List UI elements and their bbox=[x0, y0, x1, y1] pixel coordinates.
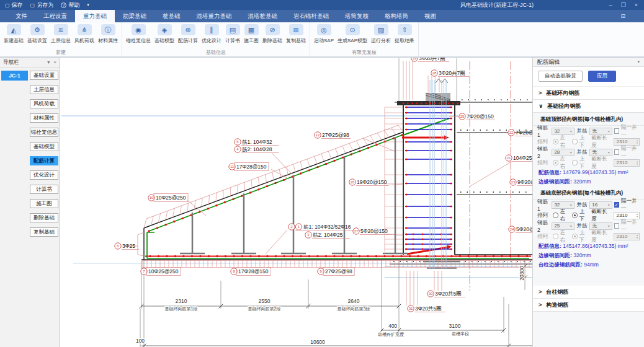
sidebar-item-配筋计算[interactable]: 配筋计算 bbox=[30, 156, 58, 165]
rebar-info-label: 边缘钢筋间距: bbox=[539, 252, 573, 258]
titlebar-action-label: 另存为 bbox=[37, 1, 53, 9]
panel-collapse-icon[interactable]: ▾ bbox=[637, 59, 640, 64]
apply-button[interactable]: 应用 bbox=[588, 71, 616, 82]
ribbon-button-rebar-calculation[interactable]: ⊛配筋计算 bbox=[176, 24, 200, 44]
titlebar-action-save-as[interactable]: ▢另存为 bbox=[30, 1, 54, 9]
sidebar-item-删除基础[interactable]: 删除基础 bbox=[30, 213, 58, 222]
ribbon-button-label: 优化设计 bbox=[202, 37, 221, 44]
ribbon-button-turbine-load[interactable]: ⋔风机荷载 bbox=[73, 24, 96, 44]
auto-select-rebar-button[interactable]: 自动选筋验算 bbox=[539, 71, 583, 82]
alternate-checkbox[interactable] bbox=[614, 223, 619, 229]
ribbon-button-anchor-cage[interactable]: ◉锚栓笼信息 bbox=[124, 24, 153, 44]
sidebar-item-基础设置[interactable]: 基础设置 bbox=[30, 71, 58, 80]
ribbon-button-foundation-settings[interactable]: ⚙基础设置 bbox=[25, 24, 49, 44]
ribbon-button-new-foundation[interactable]: ◭新建基础 bbox=[2, 24, 25, 44]
up-down-radio[interactable] bbox=[572, 234, 578, 239]
up-down-radio[interactable] bbox=[572, 160, 578, 165]
menu-tab-格构塔筒[interactable]: 格构塔筒 bbox=[377, 10, 416, 22]
extract-results-icon: ⇧ bbox=[398, 24, 412, 35]
menu-tab-混塔重力基础[interactable]: 混塔重力基础 bbox=[189, 10, 240, 22]
menu-tab-岩石锚杆基础[interactable]: 岩石锚杆基础 bbox=[285, 10, 337, 22]
rebar-callout-12: 27Φ25@98 bbox=[322, 132, 349, 138]
menu-tab-塔筒复核[interactable]: 塔筒复核 bbox=[337, 10, 377, 22]
ribbon-button-label: 配筋计算 bbox=[178, 37, 198, 44]
alternate-checkbox[interactable]: ✓ bbox=[614, 202, 619, 208]
left-right-radio[interactable] bbox=[553, 139, 558, 144]
up-down-radio[interactable] bbox=[572, 213, 578, 218]
sidebar-item-锚栓笼信息[interactable]: 锚栓笼信息 bbox=[30, 128, 58, 137]
ribbon-button-generate-sap-model[interactable]: ⊙生成SAP模型 bbox=[336, 24, 369, 44]
menu-tab-混塔桩基础[interactable]: 混塔桩基础 bbox=[240, 10, 286, 22]
svg-text:11: 11 bbox=[230, 165, 235, 169]
sidebar-item-材料属性[interactable]: 材料属性 bbox=[30, 113, 58, 123]
cutoff-length-value: 2310 bbox=[617, 213, 628, 218]
alternate-checkbox[interactable] bbox=[614, 149, 619, 155]
sidebar-collapse-icon[interactable]: ▾ bbox=[47, 59, 50, 65]
section-pillar-rebar[interactable]: > 台柱钢筋 bbox=[533, 286, 644, 299]
up-down-radio[interactable] bbox=[572, 139, 578, 144]
ribbon-button-calculation-report[interactable]: ▤计算书 bbox=[223, 24, 242, 44]
foundation-drawing: 293Φ20共7圈283Φ20共7圈257Φ20@150227Φ20@1227Φ… bbox=[60, 58, 532, 347]
arrange-label: 排列 bbox=[537, 159, 551, 167]
rebar-info-value: 147679.99(140743.35) mm² bbox=[563, 169, 628, 175]
sidebar-item-土层信息[interactable]: 土层信息 bbox=[30, 85, 58, 94]
panel-toggle-icon[interactable]: ⊡ bbox=[620, 13, 625, 19]
ribbon-button-launch-sap[interactable]: ◎启动SAP bbox=[312, 24, 336, 44]
sidebar-item-计算书[interactable]: 计算书 bbox=[30, 185, 58, 194]
rebar-calculation-icon: ⊛ bbox=[181, 24, 195, 35]
sidebar-close-icon[interactable]: × bbox=[53, 59, 56, 65]
rebar-label: 钢筋1 bbox=[537, 125, 550, 138]
ribbon-button-foundation-model[interactable]: ◈基础模型 bbox=[153, 24, 176, 44]
restore-button[interactable]: ❐ bbox=[621, 2, 626, 8]
alternate-checkbox[interactable] bbox=[614, 128, 619, 134]
sidebar-item-优化设计[interactable]: 优化设计 bbox=[30, 170, 58, 180]
ribbon-button-copy-foundation[interactable]: ⊞复制基础 bbox=[284, 24, 308, 44]
section-radial-rebar[interactable]: ∨ 基础径向钢筋 bbox=[533, 100, 644, 113]
alternate-checkbox-label: 隔一并一 bbox=[621, 124, 640, 139]
diameter-value: 32 bbox=[554, 202, 560, 208]
chevron-down-icon: ∨ bbox=[539, 103, 543, 109]
close-button[interactable]: × bbox=[635, 2, 638, 8]
copy-foundation-icon: ⊞ bbox=[289, 24, 303, 35]
sidebar-tab-jc1[interactable]: JC-1 bbox=[1, 71, 28, 81]
left-right-radio[interactable] bbox=[553, 213, 558, 218]
dimension-lines bbox=[141, 306, 532, 346]
menu-tab-视图[interactable]: 视图 bbox=[416, 10, 444, 22]
sidebar-item-复制基础[interactable]: 复制基础 bbox=[30, 227, 58, 237]
ribbon-button-delete-foundation[interactable]: ⊘删除基础 bbox=[261, 24, 284, 44]
drawing-canvas[interactable]: 293Φ20共7圈283Φ20共7圈257Φ20@150227Φ20@1227Φ… bbox=[60, 58, 532, 347]
titlebar-action-help[interactable]: ?帮助 bbox=[61, 1, 79, 9]
menu-tab-重力基础[interactable]: 重力基础 bbox=[75, 10, 115, 22]
svg-text:26: 26 bbox=[351, 180, 355, 184]
menu-tab-工程设置[interactable]: 工程设置 bbox=[35, 10, 75, 22]
left-right-radio[interactable] bbox=[553, 234, 558, 239]
titlebar-action-save[interactable]: ▢保存 bbox=[5, 1, 23, 9]
menu-tab-文件[interactable]: 文件 bbox=[7, 10, 35, 22]
cutoff-length-stepper[interactable]: 2310▴▾ bbox=[614, 233, 640, 240]
navigation-sidebar: 导航栏 ▾ × JC-1 基础设置土层信息风机荷载材料属性锚栓笼信息基础模型配筋… bbox=[0, 58, 60, 347]
section-ring-rebar[interactable]: > 基础环向钢筋 bbox=[533, 87, 644, 100]
ribbon-button-label: 生成SAP模型 bbox=[338, 37, 367, 44]
dimension-text: 10600 bbox=[310, 339, 325, 345]
sidebar-item-基础模型[interactable]: 基础模型 bbox=[30, 142, 58, 151]
minimize-button[interactable]: – bbox=[609, 2, 612, 8]
dimension-text: 100 bbox=[136, 338, 145, 344]
menu-tab-桩基础[interactable]: 桩基础 bbox=[154, 10, 189, 22]
sidebar-item-风机荷载[interactable]: 风机荷载 bbox=[30, 99, 58, 108]
cutoff-length-label: 截断长度 bbox=[591, 134, 612, 149]
ribbon-button-extract-results[interactable]: ⇧提取结果 bbox=[393, 24, 416, 44]
ribbon-button-optimize-design[interactable]: ∥优化设计 bbox=[200, 24, 223, 44]
ribbon-button-material-properties[interactable]: ⓘ材料属性 bbox=[96, 24, 120, 44]
dropdown-caret-icon[interactable]: ▾ bbox=[87, 2, 89, 7]
cutoff-length-stepper[interactable]: 2310▴▾ bbox=[614, 159, 640, 167]
svg-text:23: 23 bbox=[511, 180, 516, 184]
ribbon-button-run-analysis[interactable]: ▨运行分析 bbox=[369, 24, 393, 44]
ribbon-button-soil-layers[interactable]: ≋土层信息 bbox=[49, 24, 73, 44]
sidebar-item-施工图[interactable]: 施工图 bbox=[30, 199, 58, 208]
left-right-radio[interactable] bbox=[553, 160, 558, 165]
ribbon-button-construction-drawing[interactable]: ▦施工图 bbox=[242, 24, 261, 44]
section-structural-rebar[interactable]: > 构造钢筋 bbox=[533, 299, 644, 312]
rebar-info-value: 94mm bbox=[584, 261, 599, 268]
rebar-info-line: 配筋信息: 145147.86(140743.35) mm² bbox=[533, 242, 644, 251]
menu-tab-肋梁基础[interactable]: 肋梁基础 bbox=[115, 10, 154, 22]
